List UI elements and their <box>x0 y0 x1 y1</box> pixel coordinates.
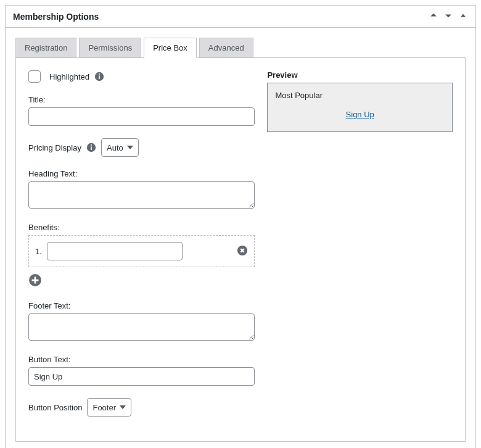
footer-text-input[interactable] <box>28 313 255 341</box>
benefit-number: 1. <box>35 247 42 256</box>
tab-registration[interactable]: Registration <box>15 38 76 58</box>
pricing-display-select[interactable]: Auto <box>101 138 139 157</box>
panel-body: Registration Permissions Price Box Advan… <box>6 28 475 448</box>
benefit-input[interactable] <box>47 242 183 260</box>
tabs: Registration Permissions Price Box Advan… <box>15 38 466 58</box>
info-icon[interactable] <box>94 72 104 81</box>
heading-text-field: Heading Text: <box>28 169 255 210</box>
svg-point-2 <box>99 73 100 75</box>
panel-title: Membership Options <box>13 12 99 22</box>
title-input[interactable] <box>28 107 255 126</box>
button-position-label: Button Position <box>28 403 82 412</box>
left-column: Highlighted Title: Pricing Display Aut <box>28 70 255 429</box>
benefit-row: 1. <box>28 235 255 267</box>
svg-rect-1 <box>99 75 100 79</box>
highlighted-label: Highlighted <box>49 72 89 81</box>
svg-rect-4 <box>91 146 92 150</box>
title-field: Title: <box>28 95 255 126</box>
pricing-display-field: Pricing Display Auto <box>28 138 255 157</box>
pricing-display-label: Pricing Display <box>28 143 81 152</box>
info-icon[interactable] <box>86 143 96 152</box>
membership-options-panel: Membership Options Registration Permissi… <box>5 5 476 448</box>
tab-permissions[interactable]: Permissions <box>79 38 141 58</box>
collapse-icon[interactable] <box>458 10 468 22</box>
footer-text-label: Footer Text: <box>28 301 255 310</box>
heading-text-label: Heading Text: <box>28 169 255 178</box>
highlighted-checkbox[interactable] <box>28 70 41 83</box>
button-text-field: Button Text: <box>28 355 255 386</box>
footer-text-field: Footer Text: <box>28 301 255 342</box>
preview-badge: Most Popular <box>275 91 445 100</box>
heading-text-input[interactable] <box>28 181 255 209</box>
panel-header: Membership Options <box>6 6 475 28</box>
button-position-select[interactable]: Footer <box>87 398 131 417</box>
button-position-field: Button Position Footer <box>28 398 255 417</box>
preview-label: Preview <box>267 70 453 80</box>
button-text-input[interactable] <box>28 367 255 386</box>
benefits-field: Benefits: 1. <box>28 223 255 289</box>
title-label: Title: <box>28 95 255 104</box>
remove-benefit-icon[interactable] <box>237 245 248 258</box>
preview-box: Most Popular Sign Up <box>267 83 453 132</box>
svg-point-5 <box>91 144 92 146</box>
add-benefit-icon[interactable] <box>28 273 42 287</box>
benefits-label: Benefits: <box>28 223 255 232</box>
move-down-icon[interactable] <box>443 10 453 22</box>
tab-content: Highlighted Title: Pricing Display Aut <box>15 57 466 442</box>
preview-signup-link[interactable]: Sign Up <box>275 110 445 124</box>
button-text-label: Button Text: <box>28 355 255 364</box>
panel-header-actions <box>429 10 468 22</box>
highlighted-field: Highlighted <box>28 70 255 83</box>
right-column: Preview Most Popular Sign Up <box>267 70 453 429</box>
tab-price-box[interactable]: Price Box <box>144 38 197 58</box>
tab-advanced[interactable]: Advanced <box>199 38 253 58</box>
move-up-icon[interactable] <box>429 10 438 22</box>
